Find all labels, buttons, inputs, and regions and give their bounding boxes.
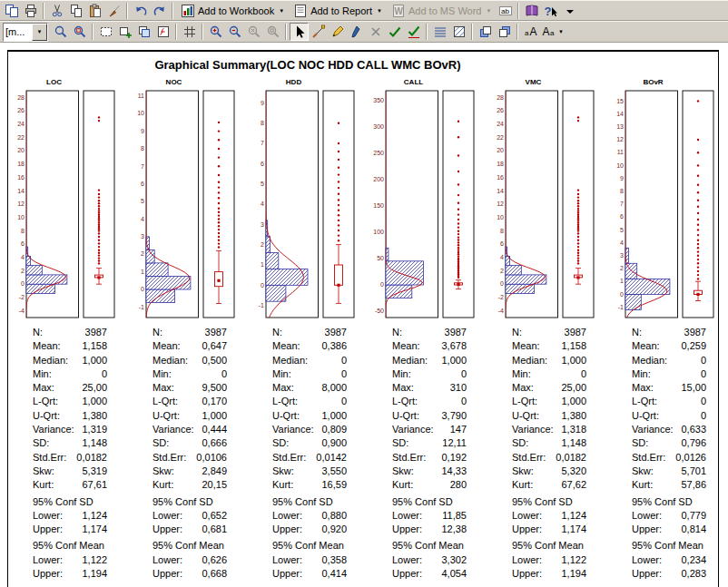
stat-label: N: — [152, 326, 162, 339]
label-points-tool-button[interactable] — [328, 23, 347, 41]
send-to-back-button[interactable] — [495, 23, 514, 41]
copy-graph-button[interactable] — [2, 2, 21, 20]
svg-text:24: 24 — [17, 121, 25, 127]
stat-row: Kurt:67,61 — [33, 478, 107, 492]
stat-value: 0,358 — [321, 553, 347, 567]
toolbar-options-button[interactable] — [560, 2, 579, 20]
stat-row: Std.Err:0,0126 — [632, 451, 706, 465]
stat-value: 12,38 — [441, 523, 467, 536]
zoom-custom-button[interactable] — [263, 23, 282, 41]
hatch-pattern-button[interactable] — [449, 23, 468, 41]
stat-value: 0 — [102, 367, 107, 381]
svg-text:0: 0 — [500, 280, 504, 287]
stat-row: N:3987 — [152, 326, 227, 339]
stat-row: Mean:3,678 — [392, 339, 467, 353]
zoom-out-button[interactable] — [225, 23, 244, 41]
toolbar-separator — [92, 24, 93, 40]
graph-title: Graphical Summary(LOC NOC HDD CALL WMC B… — [8, 58, 607, 72]
add-object-button[interactable] — [115, 23, 134, 41]
add-to-report-button[interactable]: Add to Report▼ — [289, 2, 387, 20]
format-sweep-button[interactable] — [104, 2, 123, 20]
graph-type-combo[interactable]: [m...▼ — [3, 23, 48, 42]
stat-row: L-Qrt:1,000 — [512, 395, 586, 408]
stat-label: SD: — [632, 436, 648, 450]
stat-value: 67,62 — [561, 478, 586, 492]
stat-label: Std.Err: — [33, 451, 66, 465]
svg-text:0: 0 — [620, 291, 624, 298]
redo-icon — [152, 4, 167, 18]
print-button[interactable] — [21, 2, 40, 20]
stat-row: N:3987 — [33, 326, 107, 339]
add-to-ms-word-icon: W — [391, 4, 406, 18]
stat-value: 3987 — [85, 326, 107, 339]
stat-label: Std.Err: — [632, 451, 665, 465]
stat-label: U-Qrt: — [632, 409, 659, 423]
drawing-tool-button[interactable] — [347, 23, 366, 41]
redo-button[interactable] — [150, 2, 169, 20]
stat-label: Min: — [632, 367, 651, 381]
histogram-bar — [506, 266, 521, 275]
histogram-bar — [26, 275, 67, 284]
paste-button[interactable] — [85, 2, 104, 20]
stat-row: U-Qrt:3,790 — [392, 409, 467, 423]
svg-text:5: 5 — [620, 227, 624, 233]
glossary-book-button[interactable] — [522, 2, 541, 20]
svg-text:2: 2 — [500, 268, 504, 274]
graph-type-combo-dropdown[interactable]: ▼ — [32, 24, 47, 41]
svg-text:6: 6 — [141, 181, 144, 187]
function-plot-button[interactable] — [153, 23, 172, 41]
svg-text:300: 300 — [373, 123, 384, 130]
decrease-font-button[interactable]: aA — [521, 23, 540, 41]
zoom-in-button[interactable] — [206, 23, 225, 41]
toolbar-separator — [285, 24, 287, 40]
bring-to-front-button[interactable] — [476, 23, 495, 41]
panel-variable-label: HDD — [251, 77, 337, 88]
stat-label: SD: — [512, 436, 528, 450]
annotate-button[interactable]: ab — [496, 2, 515, 20]
svg-text:1: 1 — [141, 269, 144, 275]
delete-tool-button[interactable] — [366, 23, 385, 41]
font-options-button[interactable]: Aa▼ — [540, 23, 566, 41]
stat-label: Upper: — [33, 567, 63, 581]
overlay-plot-button[interactable] — [134, 23, 153, 41]
fill-pattern-button[interactable] — [430, 23, 449, 41]
add-to-workbook-button[interactable]: Add to Workbook▼ — [176, 2, 289, 20]
stat-row: Upper:0,283 — [632, 567, 706, 581]
stat-row: U-Qrt:0 — [632, 409, 706, 423]
stat-label: Mean: — [512, 339, 540, 353]
pointer-tool-button[interactable] — [290, 23, 309, 41]
stat-value: 0 — [581, 367, 586, 381]
stat-row: Std.Err:0,0106 — [152, 451, 227, 465]
stat-row: Lower:11,85 — [392, 509, 467, 523]
gridlines-button[interactable] — [180, 23, 199, 41]
undo-button[interactable] — [131, 2, 150, 20]
stat-row: Std.Err:0,0182 — [33, 451, 107, 465]
add-to-workbook-icon — [181, 4, 195, 18]
summary-chart-CALL: 350300250200150100500-50 — [370, 88, 476, 322]
stat-row: L-Qrt:1,000 — [33, 395, 107, 408]
whats-this-help-button[interactable]: ? — [541, 2, 560, 20]
histogram-bar — [386, 285, 412, 298]
stat-value: 3987 — [445, 326, 467, 339]
accept-tool-button[interactable] — [404, 23, 423, 41]
stat-row: Lower:1,124 — [33, 509, 107, 523]
stat-label: Upper: — [512, 567, 542, 581]
zoom-off-button[interactable] — [244, 23, 263, 41]
stat-row: Std.Err:0,0142 — [272, 451, 347, 465]
stat-value: 1,122 — [82, 553, 107, 567]
verify-tool-button[interactable] — [385, 23, 404, 41]
cut-button[interactable] — [47, 2, 66, 20]
verify-tool-icon — [388, 24, 402, 39]
brushing-tool-button[interactable] — [309, 23, 328, 41]
zoom-window-button[interactable] — [70, 23, 89, 41]
stat-value: 1,000 — [321, 409, 347, 423]
stat-label: Mean: — [392, 339, 420, 353]
zoom-select-button[interactable] — [51, 23, 70, 41]
add-to-ms-word-button[interactable]: WAdd to MS Word▼ — [387, 2, 496, 20]
stat-row: Std.Err:0,0182 — [512, 451, 586, 465]
select-region-button[interactable] — [96, 23, 115, 41]
stat-row: Mean:1,158 — [512, 339, 586, 353]
svg-text:ab: ab — [501, 6, 509, 15]
stat-label: Lower: — [392, 509, 422, 523]
copy-button[interactable] — [66, 2, 85, 20]
